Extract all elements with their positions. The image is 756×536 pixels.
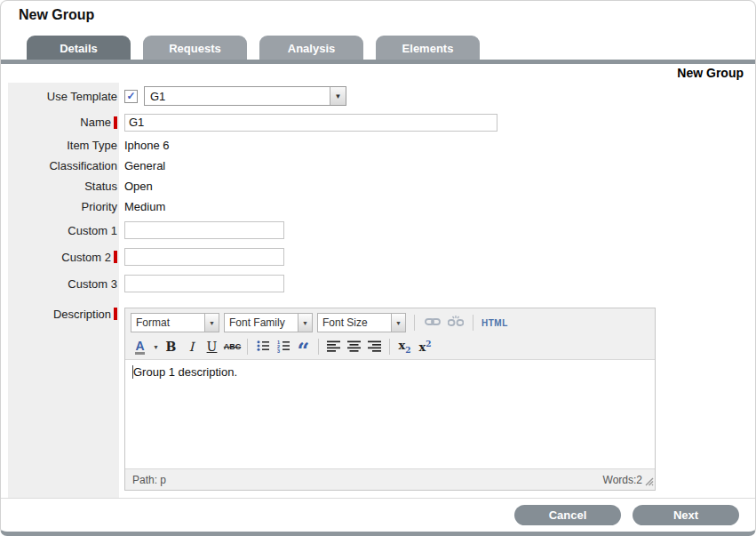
- priority-row: Priority Medium: [8, 196, 748, 217]
- status-row: Status Open: [8, 176, 748, 196]
- strikethrough-button[interactable]: ABC: [223, 338, 242, 356]
- rich-text-editor: Format ▼ Font Family ▼ Font Size ▼: [124, 308, 656, 491]
- classification-label: Classification: [8, 156, 119, 176]
- tab-bar: Details Requests Analysis Elements: [27, 36, 480, 60]
- font-size-dropdown[interactable]: Font Size ▼: [317, 313, 406, 332]
- toolbar-separator: [389, 339, 390, 355]
- link-button[interactable]: [423, 314, 442, 332]
- name-input[interactable]: [124, 114, 497, 132]
- name-row: Name: [8, 109, 748, 135]
- bullet-list-icon: [256, 339, 270, 356]
- blockquote-button[interactable]: “: [294, 338, 313, 356]
- custom1-input[interactable]: [124, 221, 284, 239]
- classification-row: Classification General: [8, 156, 748, 176]
- link-icon: [425, 316, 441, 331]
- numbered-list-button[interactable]: 123: [274, 338, 292, 356]
- numbered-list-icon: 123: [276, 339, 290, 356]
- toolbar-separator: [473, 315, 473, 331]
- tab-divider: [1, 60, 755, 64]
- align-center-button[interactable]: [345, 338, 363, 356]
- toolbar-separator: [247, 339, 248, 355]
- tab-details[interactable]: Details: [27, 36, 131, 60]
- section-title: New Group: [677, 66, 744, 80]
- subscript-button[interactable]: x2: [395, 338, 414, 356]
- cancel-button[interactable]: Cancel: [514, 505, 621, 525]
- html-icon: HTML: [481, 318, 508, 328]
- custom1-row: Custom 1: [8, 217, 748, 244]
- editor-text: Group 1 description.: [133, 365, 237, 379]
- template-select-value: G1: [145, 87, 330, 105]
- template-select[interactable]: G1 ▼: [144, 86, 346, 106]
- custom3-label: Custom 3: [8, 270, 119, 297]
- align-center-icon: [346, 339, 362, 356]
- item-type-row: Item Type Iphone 6: [8, 135, 748, 156]
- use-template-label: Use Template: [8, 83, 119, 109]
- editor-path: Path: p: [132, 474, 166, 486]
- tab-requests[interactable]: Requests: [143, 36, 247, 60]
- bullet-list-button[interactable]: [253, 338, 272, 356]
- priority-label: Priority: [8, 196, 119, 217]
- item-type-value: Iphone 6: [119, 135, 170, 156]
- tab-analysis[interactable]: Analysis: [259, 36, 363, 60]
- superscript-button[interactable]: x2: [416, 338, 434, 356]
- tab-elements[interactable]: Elements: [376, 36, 480, 60]
- unlink-button[interactable]: [446, 314, 465, 332]
- priority-value: Medium: [119, 196, 165, 217]
- custom3-input[interactable]: [124, 275, 284, 292]
- font-family-dropdown[interactable]: Font Family ▼: [224, 313, 313, 332]
- align-right-icon: [367, 339, 382, 356]
- resize-handle-icon[interactable]: [643, 476, 654, 489]
- custom2-label: Custom 2: [8, 244, 119, 270]
- font-color-dropdown[interactable]: ▼: [151, 338, 160, 356]
- editor-word-count: Words:2: [603, 474, 642, 486]
- editor-statusbar: Path: p Words:2: [125, 468, 655, 490]
- bold-button[interactable]: B: [162, 338, 180, 356]
- unlink-icon: [448, 315, 464, 332]
- classification-value: General: [119, 156, 165, 176]
- toolbar-separator: [318, 339, 319, 355]
- check-icon: ✓: [126, 90, 135, 102]
- custom2-row: Custom 2: [8, 244, 748, 270]
- svg-text:3: 3: [277, 348, 280, 353]
- item-type-label: Item Type: [8, 135, 119, 156]
- use-template-checkbox[interactable]: ✓: [124, 90, 138, 103]
- font-color-button[interactable]: A: [131, 338, 149, 356]
- superscript-icon: x2: [418, 340, 431, 354]
- custom2-input[interactable]: [124, 248, 284, 266]
- dropdown-arrow-icon[interactable]: ▼: [391, 314, 405, 332]
- dropdown-arrow-icon: ▼: [153, 344, 159, 350]
- font-color-icon: A: [135, 340, 144, 355]
- dropdown-arrow-icon[interactable]: ▼: [330, 87, 346, 105]
- align-left-icon: [326, 339, 341, 356]
- editor-toolbar: Format ▼ Font Family ▼ Font Size ▼: [125, 308, 655, 360]
- custom3-row: Custom 3: [8, 270, 748, 297]
- new-group-window: New Group Details Requests Analysis Elem…: [0, 0, 756, 536]
- format-dropdown[interactable]: Format ▼: [131, 313, 219, 332]
- editor-content[interactable]: Group 1 description.: [125, 360, 655, 468]
- subscript-icon: x2: [398, 339, 410, 355]
- underline-button[interactable]: U: [203, 338, 221, 356]
- name-label: Name: [8, 109, 119, 135]
- required-marker: [114, 308, 117, 320]
- italic-button[interactable]: I: [182, 338, 201, 356]
- required-marker: [114, 116, 117, 129]
- status-value: Open: [119, 176, 153, 196]
- description-label: Description: [8, 297, 119, 498]
- custom1-label: Custom 1: [8, 217, 119, 244]
- use-template-row: Use Template ✓ G1 ▼: [8, 83, 748, 109]
- status-label: Status: [8, 176, 119, 196]
- required-marker: [114, 251, 117, 263]
- blockquote-icon: “: [298, 348, 310, 355]
- description-row: Description Format ▼ Font Family ▼: [8, 297, 748, 498]
- footer-actions: Cancel Next: [1, 498, 755, 525]
- page-title: New Group: [19, 7, 94, 23]
- align-left-button[interactable]: [324, 338, 343, 356]
- next-button[interactable]: Next: [633, 505, 739, 525]
- dropdown-arrow-icon[interactable]: ▼: [204, 314, 219, 332]
- align-right-button[interactable]: [365, 338, 384, 356]
- toolbar-separator: [414, 315, 415, 331]
- details-form: Use Template ✓ G1 ▼ Name Item Type Iphon…: [8, 83, 748, 498]
- dropdown-arrow-icon[interactable]: ▼: [298, 314, 312, 332]
- html-source-button[interactable]: HTML: [481, 314, 508, 332]
